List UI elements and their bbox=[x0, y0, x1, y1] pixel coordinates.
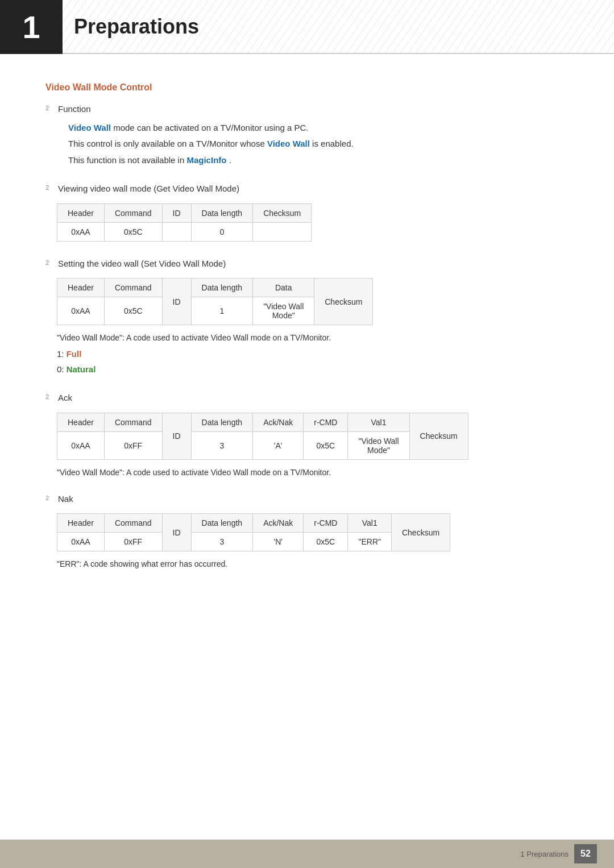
ack-cell-datalen: 3 bbox=[191, 431, 253, 459]
ack-cell-command: 0xFF bbox=[104, 431, 162, 459]
ack-table-row: 0xAA 0xFF 3 'A' 0x5C "Video WallMode" bbox=[57, 431, 468, 459]
nak-section: 2 Nak Header Command ID Data length Ack/… bbox=[45, 493, 569, 569]
cell-command2: 0x5C bbox=[104, 297, 162, 325]
function-line1: Video Wall mode can be activated on a TV… bbox=[68, 122, 569, 135]
set-vwm-table: Header Command ID Data length Data Check… bbox=[57, 278, 373, 325]
video-wall-highlight-1: Video Wall bbox=[68, 123, 111, 132]
ack-cell-val1: "Video WallMode" bbox=[348, 431, 409, 459]
col-header-header2: Header bbox=[57, 279, 105, 297]
full-number: 1: bbox=[57, 349, 67, 359]
nak-cell-val1: "ERR" bbox=[348, 533, 392, 551]
function-line3-text: This function is not available in bbox=[68, 155, 186, 165]
natural-number: 0: bbox=[57, 364, 67, 374]
ack-col-command: Command bbox=[104, 413, 162, 431]
ack-col-acknak: Ack/Nak bbox=[253, 413, 304, 431]
nak-cell-datalen: 3 bbox=[191, 533, 253, 551]
chapter-title: Preparations bbox=[74, 15, 199, 39]
ack-table: Header Command ID Data length Ack/Nak r-… bbox=[57, 413, 468, 460]
ack-col-id: ID bbox=[162, 413, 191, 459]
col-header-checksum: Checksum bbox=[253, 203, 312, 222]
get-vwm-label: Viewing video wall mode (Get Video Wall … bbox=[58, 182, 239, 196]
col-header-header: Header bbox=[57, 203, 105, 222]
col-header-id: ID bbox=[162, 203, 191, 222]
video-wall-highlight-2: Video Wall bbox=[267, 139, 310, 148]
nak-col-datalen: Data length bbox=[191, 514, 253, 533]
header-area: 1 Preparations bbox=[0, 0, 614, 54]
nak-col-header: Header bbox=[57, 514, 105, 533]
function-line2-text: This control is only available on a TV/M… bbox=[68, 139, 267, 148]
cell-id bbox=[162, 222, 191, 241]
nak-col-command: Command bbox=[104, 514, 162, 533]
nak-cell-acknak: 'N' bbox=[253, 533, 304, 551]
ack-bullet: 2 Ack bbox=[45, 392, 569, 405]
full-label-line: 1: Full bbox=[57, 348, 569, 361]
bullet-icon: 2 bbox=[45, 105, 52, 111]
chapter-number: 1 bbox=[22, 9, 40, 45]
function-line2-suffix: is enabled. bbox=[312, 139, 354, 148]
function-label: Function bbox=[58, 103, 91, 116]
cell-header2: 0xAA bbox=[57, 297, 105, 325]
get-vwm-table-container: Header Command ID Data length Checksum 0… bbox=[57, 203, 569, 242]
nak-col-id: ID bbox=[162, 514, 191, 551]
cell-header: 0xAA bbox=[57, 222, 105, 241]
natural-label: Natural bbox=[67, 364, 96, 374]
set-vwm-label: Setting the video wall (Set Video Wall M… bbox=[58, 258, 226, 271]
ack-col-header: Header bbox=[57, 413, 105, 431]
vwm-note1: "Video Wall Mode": A code used to activa… bbox=[57, 333, 569, 342]
section-heading: Video Wall Mode Control bbox=[45, 82, 569, 93]
bullet-2: 2 bbox=[45, 184, 52, 191]
bullet-5: 2 bbox=[45, 495, 52, 501]
ack-cell-header: 0xAA bbox=[57, 431, 105, 459]
nak-bullet: 2 Nak bbox=[45, 493, 569, 506]
nak-col-rcmd: r-CMD bbox=[304, 514, 348, 533]
ack-col-datalen: Data length bbox=[191, 413, 253, 431]
ack-table-container: Header Command ID Data length Ack/Nak r-… bbox=[57, 413, 569, 460]
ack-cell-acknak: 'A' bbox=[253, 431, 304, 459]
function-line3-suffix: . bbox=[229, 155, 231, 165]
get-vwm-table: Header Command ID Data length Checksum 0… bbox=[57, 203, 312, 242]
full-label: Full bbox=[67, 349, 82, 359]
nak-table-row: 0xAA 0xFF 3 'N' 0x5C "ERR" bbox=[57, 533, 450, 551]
main-content: Video Wall Mode Control 2 Function Video… bbox=[0, 54, 614, 620]
function-line1-text: mode can be activated on a TV/Monitor us… bbox=[113, 123, 308, 132]
nak-cell-rcmd: 0x5C bbox=[304, 533, 348, 551]
col-header-checksum2: Checksum bbox=[314, 279, 373, 325]
cell-datalen: 0 bbox=[191, 222, 253, 241]
function-line3: This function is not available in MagicI… bbox=[68, 154, 569, 167]
col-header-command: Command bbox=[104, 203, 162, 222]
ack-section: 2 Ack Header Command ID Data length Ack/… bbox=[45, 392, 569, 477]
col-header-datalen2: Data length bbox=[191, 279, 253, 297]
col-header-data2: Data bbox=[253, 279, 314, 297]
bullet-3: 2 bbox=[45, 259, 52, 266]
set-vwm-section: 2 Setting the video wall (Set Video Wall… bbox=[45, 258, 569, 376]
cell-datalen2: 1 bbox=[191, 297, 253, 325]
footer: 1 Preparations 52 bbox=[0, 840, 614, 868]
function-bullet: 2 Function bbox=[45, 103, 569, 116]
nak-table-container: Header Command ID Data length Ack/Nak r-… bbox=[57, 513, 569, 551]
get-vwm-section: 2 Viewing video wall mode (Get Video Wal… bbox=[45, 182, 569, 242]
get-vwm-bullet: 2 Viewing video wall mode (Get Video Wal… bbox=[45, 182, 569, 196]
footer-page: 52 bbox=[574, 844, 597, 863]
ack-label: Ack bbox=[58, 392, 72, 405]
ack-col-rcmd: r-CMD bbox=[304, 413, 348, 431]
ack-cell-rcmd: 0x5C bbox=[304, 431, 348, 459]
chapter-block: 1 bbox=[0, 0, 63, 54]
col-header-command2: Command bbox=[104, 279, 162, 297]
set-vwm-bullet: 2 Setting the video wall (Set Video Wall… bbox=[45, 258, 569, 271]
cell-command: 0x5C bbox=[104, 222, 162, 241]
function-line2: This control is only available on a TV/M… bbox=[68, 138, 569, 151]
nak-table: Header Command ID Data length Ack/Nak r-… bbox=[57, 513, 450, 551]
cell-checksum bbox=[253, 222, 312, 241]
vwm-note2: "Video Wall Mode": A code used to activa… bbox=[57, 468, 569, 477]
nak-label: Nak bbox=[58, 493, 73, 506]
magicinfo-highlight: MagicInfo bbox=[186, 155, 226, 165]
nak-col-acknak: Ack/Nak bbox=[253, 514, 304, 533]
col-header-datalen: Data length bbox=[191, 203, 253, 222]
bullet-4: 2 bbox=[45, 393, 52, 400]
err-note: "ERR": A code showing what error has occ… bbox=[57, 559, 569, 568]
footer-text: 1 Preparations bbox=[520, 850, 569, 858]
col-header-id2: ID bbox=[162, 279, 191, 325]
natural-label-line: 0: Natural bbox=[57, 363, 569, 376]
cell-data2: "Video WallMode" bbox=[253, 297, 314, 325]
table-row: 0xAA 0x5C 0 bbox=[57, 222, 312, 241]
